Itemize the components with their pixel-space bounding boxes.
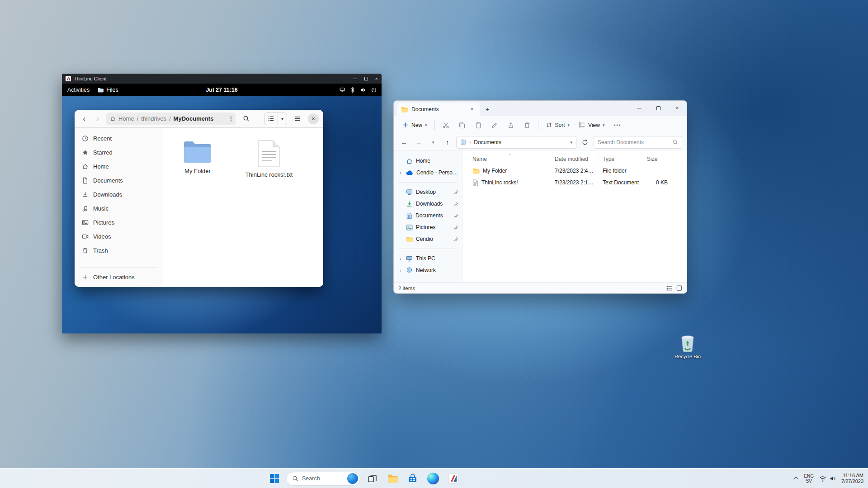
breadcrumb-current[interactable]: MyDocuments (174, 115, 214, 122)
delete-button[interactable] (520, 118, 534, 132)
breadcrumb-thindrives[interactable]: thindrives (141, 115, 166, 122)
nautilus-menu-button[interactable] (291, 113, 304, 125)
nautilus-path-bar[interactable]: Home / thindrives / MyDocuments (106, 113, 236, 125)
thinlinc-client-window[interactable]: ThinLinc Client × Activities Files Jul 2… (62, 74, 382, 333)
nautilus-search-button[interactable] (239, 113, 253, 125)
taskbar-search-input[interactable] (302, 475, 344, 482)
explorer-close-button[interactable]: × (668, 101, 687, 115)
expand-chevron-icon[interactable]: › (398, 268, 403, 273)
file-explorer-taskbar-button[interactable] (384, 470, 401, 487)
taskbar-clock[interactable]: 11:16 AM 7/27/2023 (841, 473, 863, 484)
gnome-files-window[interactable]: ‹ › Home / thindrives / MyDocuments (75, 110, 323, 287)
file-explorer-window[interactable]: Documents × + × New ▾ (393, 100, 687, 294)
thinlinc-taskbar-button[interactable] (445, 470, 462, 487)
sidebar-item-downloads[interactable]: Downloads (396, 198, 460, 210)
nav-forward-button[interactable]: → (413, 136, 425, 148)
table-row-my-folder[interactable]: My Folder 7/23/2023 2:43 PM File folder (469, 165, 685, 177)
microsoft-store-taskbar-button[interactable] (404, 470, 421, 487)
address-dropdown-caret[interactable]: ▾ (570, 140, 572, 145)
tab-close-button[interactable]: × (468, 106, 476, 113)
copy-button[interactable] (455, 118, 469, 132)
gnome-clock[interactable]: Jul 27 11:16 (206, 87, 237, 93)
view-options-caret[interactable]: ▾ (278, 113, 287, 125)
hidden-icons-chevron[interactable] (793, 477, 798, 482)
expand-chevron-icon[interactable]: › (398, 256, 403, 261)
language-indicator[interactable]: ENG SV (804, 474, 814, 483)
sidebar-item-desktop[interactable]: Desktop (396, 186, 460, 198)
column-header-type[interactable]: Type (599, 155, 643, 163)
recycle-bin-label: Recycle Bin (675, 354, 701, 359)
breadcrumb-home[interactable]: Home (118, 115, 134, 122)
copy-icon (458, 122, 466, 129)
file-item-my-folder[interactable]: My Folder (172, 140, 223, 174)
column-header-date-modified[interactable]: Date modified (551, 155, 599, 163)
expand-chevron-icon[interactable]: › (398, 170, 403, 175)
thinlinc-maximize-button[interactable] (364, 77, 368, 80)
sidebar-item-pictures[interactable]: Pictures (396, 221, 460, 233)
column-header-size[interactable]: Size (643, 155, 671, 163)
list-view-icon[interactable] (264, 113, 278, 125)
details-view-toggle-icon[interactable] (666, 286, 673, 291)
thinlinc-titlebar[interactable]: ThinLinc Client × (62, 74, 382, 84)
nautilus-view-toggle[interactable]: ▾ (264, 113, 287, 125)
sidebar-item-documents[interactable]: Documents (396, 210, 460, 221)
address-box[interactable]: › Documents ▾ (456, 136, 576, 149)
system-tray-icons[interactable] (819, 475, 836, 482)
sidebar-item-documents[interactable]: Documents (77, 174, 160, 188)
paste-button[interactable] (471, 118, 486, 132)
explorer-search-input[interactable] (598, 139, 670, 145)
downloads-icon (406, 201, 413, 207)
new-button[interactable]: New ▾ (398, 119, 431, 131)
sort-button[interactable]: Sort ▾ (542, 119, 574, 131)
sidebar-item-trash[interactable]: Trash (77, 244, 160, 258)
nav-back-button[interactable]: ← (398, 136, 410, 148)
gnome-activities-button[interactable]: Activities (67, 87, 90, 93)
explorer-search-box[interactable] (594, 136, 682, 149)
sidebar-item-starred[interactable]: Starred (77, 145, 160, 160)
explorer-minimize-button[interactable] (630, 101, 649, 115)
task-view-button[interactable] (363, 470, 381, 487)
taskbar-search-box[interactable] (286, 472, 360, 486)
nautilus-close-button[interactable]: × (308, 113, 319, 124)
sidebar-item-this-pc[interactable]: › This PC (396, 253, 460, 264)
edge-taskbar-button[interactable] (425, 470, 442, 487)
more-options-button[interactable] (610, 118, 624, 132)
sidebar-item-music[interactable]: Music (77, 202, 160, 216)
nautilus-forward-button[interactable]: › (93, 114, 103, 123)
nav-up-button[interactable]: ↑ (442, 136, 453, 148)
explorer-file-list[interactable]: ^ Name Date modified Type Size My Folder… (462, 150, 687, 282)
sidebar-item-home[interactable]: Home (77, 160, 160, 174)
column-header-name[interactable]: ^ Name (469, 155, 551, 163)
sidebar-item-downloads[interactable]: Downloads (77, 188, 160, 202)
nav-recent-button[interactable]: ▾ (427, 136, 439, 148)
explorer-maximize-button[interactable] (649, 101, 668, 115)
sidebar-item-onedrive[interactable]: › Cendio - Personal (396, 167, 460, 178)
cut-button[interactable] (439, 118, 453, 132)
recycle-bin-shortcut[interactable]: Recycle Bin (672, 334, 703, 359)
thinlinc-minimize-button[interactable] (353, 79, 357, 79)
sidebar-item-cendio[interactable]: Cendio (396, 233, 460, 245)
nautilus-back-button[interactable]: ‹ (79, 114, 89, 123)
thinlinc-close-button[interactable]: × (375, 76, 378, 81)
refresh-button[interactable] (579, 136, 591, 148)
gnome-files-appmenu[interactable]: Files (98, 87, 118, 93)
share-button[interactable] (504, 118, 518, 132)
view-button[interactable]: View ▾ (575, 119, 608, 131)
sidebar-item-other-locations[interactable]: Other Locations (77, 270, 160, 284)
table-row-thinlinc-rocks[interactable]: ThinLinc rocks! 7/23/2023 2:17 PM Text D… (469, 177, 685, 188)
sidebar-item-pictures[interactable]: Pictures (77, 216, 160, 230)
sidebar-item-videos[interactable]: Videos (77, 230, 160, 244)
nautilus-file-area[interactable]: My Folder ThinLinc rocks!.txt (163, 128, 323, 287)
tab-documents[interactable]: Documents × (397, 103, 480, 116)
sidebar-item-network[interactable]: › Network (396, 264, 460, 276)
new-tab-button[interactable]: + (481, 103, 493, 115)
large-icons-view-toggle-icon[interactable] (676, 285, 682, 291)
path-menu-kebab-icon[interactable] (230, 116, 232, 122)
rename-button[interactable] (487, 118, 502, 132)
sidebar-item-recent[interactable]: Recent (77, 131, 160, 145)
gnome-status-area[interactable] (339, 87, 377, 93)
start-button[interactable] (266, 470, 283, 487)
sidebar-item-home[interactable]: Home (396, 155, 460, 167)
address-location[interactable]: Documents (474, 139, 501, 145)
file-item-thinlinc-rocks[interactable]: ThinLinc rocks!.txt (244, 140, 294, 178)
